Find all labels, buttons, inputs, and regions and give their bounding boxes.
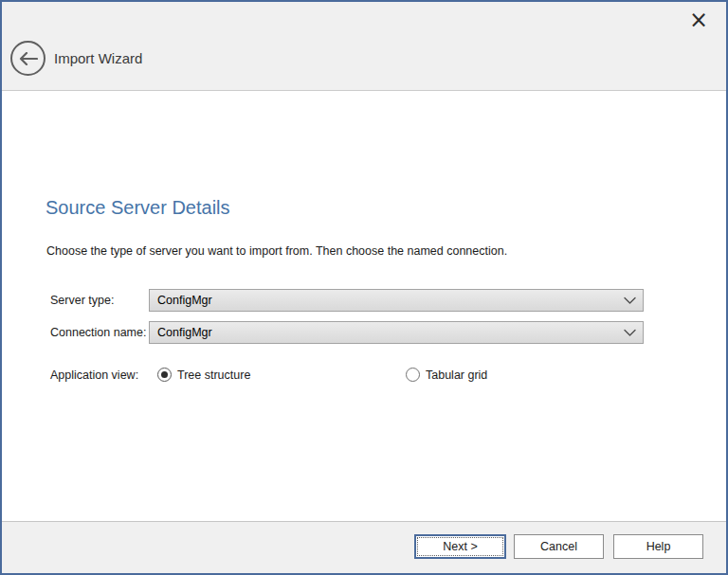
footer-bar: Next > Cancel Help — [2, 521, 726, 573]
page-title: Source Server Details — [46, 197, 230, 219]
wizard-title: Import Wizard — [54, 50, 142, 66]
server-type-value: ConfigMgr — [157, 294, 212, 307]
back-button[interactable] — [10, 41, 46, 76]
radio-unselected-icon[interactable] — [406, 368, 420, 382]
back-arrow-icon — [19, 52, 38, 65]
import-wizard-dialog: × Import Wizard Source Server Details Ch… — [0, 0, 728, 575]
chevron-down-icon — [624, 329, 636, 337]
close-icon: × — [689, 7, 708, 33]
wizard-page-content: Source Server Details Choose the type of… — [2, 91, 726, 521]
server-type-dropdown[interactable]: ConfigMgr — [149, 289, 644, 312]
radio-option-tree-structure[interactable]: Tree structure — [157, 368, 250, 382]
dialog-header: × Import Wizard — [2, 2, 726, 91]
radio-option-tabular-grid[interactable]: Tabular grid — [406, 368, 487, 382]
close-button[interactable]: × — [684, 6, 713, 34]
radio-label-tree-structure: Tree structure — [177, 368, 250, 382]
radio-label-tabular-grid: Tabular grid — [426, 368, 487, 382]
cancel-button[interactable]: Cancel — [514, 534, 604, 559]
application-view-row: Application view: Tree structure Tabular… — [2, 367, 726, 386]
next-button[interactable]: Next > — [414, 534, 506, 559]
chevron-down-icon — [624, 296, 636, 305]
server-type-label: Server type: — [50, 289, 114, 312]
connection-name-value: ConfigMgr — [157, 326, 212, 339]
application-view-label: Application view: — [50, 367, 138, 384]
help-button[interactable]: Help — [613, 534, 703, 559]
page-description: Choose the type of server you want to im… — [46, 244, 507, 258]
connection-name-label: Connection name: — [50, 321, 146, 344]
connection-name-dropdown[interactable]: ConfigMgr — [149, 321, 644, 344]
radio-selected-icon[interactable] — [157, 368, 172, 382]
